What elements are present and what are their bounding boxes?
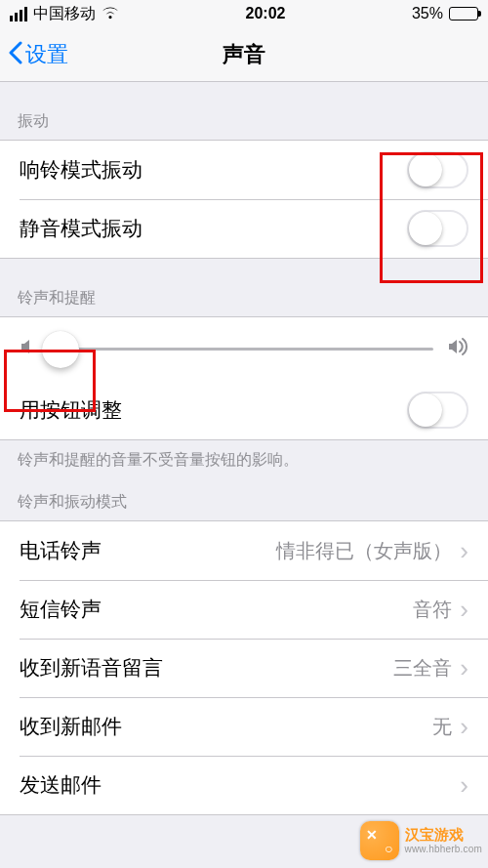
row-label: 静音模式振动 xyxy=(20,215,142,242)
status-time: 20:02 xyxy=(246,5,286,22)
row-ringer-slider xyxy=(0,316,488,381)
status-left: 中国移动 xyxy=(10,4,119,24)
chevron-right-icon: › xyxy=(460,538,468,563)
group-sounds: 电话铃声 情非得已（女声版） › 短信铃声 音符 › 收到新语音留言 三全音 ›… xyxy=(0,520,488,815)
volume-low-icon xyxy=(20,338,35,360)
wifi-icon xyxy=(102,5,119,22)
row-new-mail[interactable]: 收到新邮件 无 › xyxy=(0,697,488,756)
section-header-ringer: 铃声和提醒 xyxy=(0,259,488,316)
row-label: 收到新语音留言 xyxy=(20,654,163,682)
watermark: ✕○ 汉宝游戏 www.hbherb.com xyxy=(360,821,483,860)
row-text-tone[interactable]: 短信铃声 音符 › xyxy=(0,580,488,639)
row-change-with-buttons[interactable]: 用按钮调整 xyxy=(0,381,488,439)
row-label: 发送邮件 xyxy=(20,771,102,799)
row-sent-mail[interactable]: 发送邮件 › xyxy=(0,756,488,814)
status-right: 35% xyxy=(412,5,478,22)
group-change-with-buttons: 用按钮调整 xyxy=(0,381,488,440)
battery-icon xyxy=(449,7,478,21)
chevron-left-icon xyxy=(8,40,23,69)
watermark-title: 汉宝游戏 xyxy=(405,827,483,844)
row-vibrate-on-silent[interactable]: 静音模式振动 xyxy=(0,199,488,258)
watermark-url: www.hbherb.com xyxy=(405,844,483,854)
row-new-voicemail[interactable]: 收到新语音留言 三全音 › xyxy=(0,639,488,697)
row-value: 三全音 xyxy=(393,655,452,682)
volume-high-icon xyxy=(447,338,468,360)
row-label: 用按钮调整 xyxy=(20,396,122,424)
back-button[interactable]: 设置 xyxy=(0,40,68,69)
section-header-vibration: 振动 xyxy=(0,82,488,140)
section-header-pattern: 铃声和振动模式 xyxy=(0,471,488,520)
row-value: 情非得已（女声版） xyxy=(276,538,452,564)
page-title: 声音 xyxy=(0,40,488,69)
toggle-vibrate-on-ring[interactable] xyxy=(407,151,468,188)
battery-percent: 35% xyxy=(412,5,443,22)
section-footer-ringer: 铃声和提醒的音量不受音量按钮的影响。 xyxy=(0,440,488,471)
watermark-logo-icon: ✕○ xyxy=(360,821,399,860)
toggle-vibrate-on-silent[interactable] xyxy=(407,210,468,247)
ringer-volume-slider[interactable] xyxy=(49,348,433,351)
chevron-right-icon: › xyxy=(460,597,468,622)
toggle-change-with-buttons[interactable] xyxy=(407,392,468,429)
row-label: 短信铃声 xyxy=(20,596,102,623)
chevron-right-icon: › xyxy=(460,655,468,681)
nav-bar: 设置 声音 xyxy=(0,27,488,82)
carrier-label: 中国移动 xyxy=(33,4,96,24)
row-label: 响铃模式振动 xyxy=(20,156,142,184)
row-label: 电话铃声 xyxy=(20,537,102,564)
chevron-right-icon: › xyxy=(460,714,468,739)
row-value: 无 xyxy=(432,714,452,740)
slider-thumb[interactable] xyxy=(42,331,79,368)
group-vibration: 响铃模式振动 静音模式振动 xyxy=(0,140,488,259)
row-vibrate-on-ring[interactable]: 响铃模式振动 xyxy=(0,141,488,199)
row-label: 收到新邮件 xyxy=(20,713,122,740)
row-ringtone[interactable]: 电话铃声 情非得已（女声版） › xyxy=(0,521,488,580)
row-value: 音符 xyxy=(413,597,452,623)
status-bar: 中国移动 20:02 35% xyxy=(0,0,488,27)
chevron-right-icon: › xyxy=(460,772,468,798)
signal-icon xyxy=(10,7,27,21)
back-label: 设置 xyxy=(25,40,68,69)
